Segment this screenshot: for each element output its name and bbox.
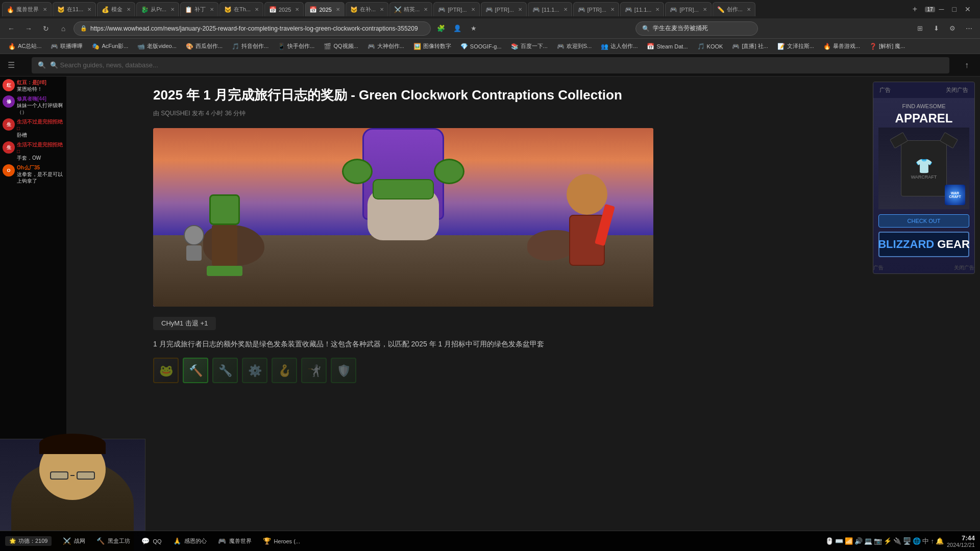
bookmark-item-7[interactable]: 🎬QQ视频...	[320, 41, 362, 51]
sys-tray-icon-2[interactable]: 📶	[845, 537, 853, 545]
bookmark-item-6[interactable]: 📱快手创作...	[274, 41, 318, 51]
address-bar[interactable]: 🔒 https://www.wowhead.com/news/january-2…	[74, 21, 431, 36]
bing-search-bar[interactable]: 🔍 学生在麦当劳被捅死	[635, 21, 758, 36]
close-button[interactable]: ✕	[962, 5, 974, 13]
minimize-button[interactable]: ─	[936, 5, 947, 13]
browser-tab-6[interactable]: 📅2025✕	[264, 2, 304, 16]
wowhead-share-button[interactable]: ↑	[959, 57, 975, 73]
sys-tray-icon-8[interactable]: 🖥️	[903, 537, 911, 545]
browser-tab-0[interactable]: 🔥魔兽世界✕	[2, 2, 52, 16]
chat-username-2: 生活不过是完招拒绝□	[17, 118, 64, 132]
bookmarks-bar: 🔥AC总站...🎮联播嗶嗶🎭AcFun影...📹老版video...🎨西瓜创作.…	[0, 39, 980, 54]
taskbar-item-4[interactable]: 🎮魔兽世界	[213, 535, 256, 547]
ad-panel: 广告 关闭广告 FIND AWESOME APPAREL	[868, 77, 980, 551]
bookmark-item-19[interactable]: ❓[解析] 魔...	[865, 41, 909, 51]
item-icon-3[interactable]: 🔧	[212, 358, 238, 383]
browser-tab-13[interactable]: 🎮[PTR]...✕	[573, 2, 619, 16]
ad-checkout-button[interactable]: CHECK OUT	[878, 214, 969, 228]
sys-tray-icon-0[interactable]: 🖱️	[825, 537, 834, 545]
sys-tray-icon-1[interactable]: ⌨️	[835, 537, 843, 545]
bookmark-item-1[interactable]: 🎮联播嗶嗶	[46, 41, 87, 51]
bookmark-item-9[interactable]: 🖼️图像转数字	[409, 41, 455, 51]
taskbar-left: 🌟 功德：2109 ⚔️战网🔨黑盒工坊💬QQ🙏感恩的心🎮魔兽世界🏆Heroes …	[5, 535, 304, 547]
sys-tray-icon-6[interactable]: ⚡	[884, 537, 892, 545]
bookmark-item-5[interactable]: 🎵抖音创作...	[228, 41, 273, 51]
bookmark-item-16[interactable]: 🎮[直播] 社...	[728, 41, 772, 51]
browser-tab-12[interactable]: 🎮[11.1...✕	[528, 2, 572, 16]
bookmark-item-8[interactable]: 🎮大神创作...	[363, 41, 408, 51]
sys-tray-icon-3[interactable]: 🔊	[854, 537, 863, 545]
settings-button[interactable]: ⚙	[945, 21, 960, 36]
taskbar-item-label-4: 魔兽世界	[229, 537, 252, 545]
browser-tab-1[interactable]: 🐱在11...✕	[53, 2, 96, 16]
item-icon-6[interactable]: 🤺	[301, 358, 327, 383]
browser-tab-3[interactable]: 🐉从Pr...✕	[136, 2, 179, 16]
bookmark-item-2[interactable]: 🎭AcFun影...	[88, 41, 132, 51]
item-icon-1[interactable]: 🐸	[153, 358, 179, 383]
maximize-button[interactable]: □	[949, 5, 960, 13]
bookmark-item-4[interactable]: 🎨西瓜创作...	[182, 41, 227, 51]
bookmark-item-0[interactable]: 🔥AC总站...	[4, 41, 45, 51]
bookmark-item-15[interactable]: 🎵KOOK	[693, 42, 727, 51]
browser-tab-15[interactable]: 🎮[PTR]...✕	[665, 2, 711, 16]
article-meta: 由 SQUISHEI 发布 4 小时 36 分钟	[153, 109, 857, 118]
extensions-button[interactable]: 🧩	[434, 21, 448, 36]
ad-apparel-text: APPAREL	[878, 111, 969, 126]
browser-tab-5[interactable]: 🐱在Th...✕	[219, 2, 263, 16]
sys-tray-icon-11[interactable]: ↑	[930, 537, 934, 545]
browser-tab-10[interactable]: 🎮[PTR]...✕	[433, 2, 479, 16]
browser-tab-14[interactable]: 🎮[11.1...✕	[620, 2, 665, 16]
browser-tab-4[interactable]: 📋补丁✕	[180, 2, 218, 16]
browser-tab-9[interactable]: ⚔️精英...✕	[389, 2, 432, 16]
taskbar-right: 🖱️⌨️📶🔊💻📷⚡🔌🖥️🌐中↑🔔 7:44 2024/12/21	[825, 534, 975, 548]
forward-button[interactable]: →	[21, 21, 36, 36]
bookmark-button[interactable]: ★	[467, 21, 481, 36]
downloads-button[interactable]: ⬇	[929, 21, 943, 36]
bookmark-item-13[interactable]: 👥达人创作...	[597, 41, 642, 51]
browser-tab-16[interactable]: ✏️创作...✕	[713, 2, 755, 16]
sys-tray-icon-9[interactable]: 🌐	[913, 537, 921, 545]
bookmark-item-14[interactable]: 📅Steam Dat...	[643, 42, 692, 51]
bookmark-item-12[interactable]: 🎮欢迎到S...	[553, 41, 596, 51]
taskbar-item-icon-3: 🙏	[172, 536, 182, 546]
browser-tab-2[interactable]: 💰模金✕	[97, 2, 135, 16]
refresh-button[interactable]: ↻	[39, 21, 53, 36]
item-icon-2[interactable]: 🔨	[183, 358, 208, 383]
bookmark-item-10[interactable]: 💎SOOGIF-g...	[456, 42, 506, 51]
tab-count-display[interactable]: 17	[925, 7, 935, 12]
sys-tray-icon-5[interactable]: 📷	[874, 537, 882, 545]
taskbar-item-2[interactable]: 💬QQ	[136, 535, 165, 547]
sys-tray-icon-10[interactable]: 中	[922, 537, 929, 546]
sys-tray-icon-4[interactable]: 💻	[864, 537, 872, 545]
browser-tab-7[interactable]: 📅2025✕	[305, 2, 344, 16]
sys-tray-icon-7[interactable]: 🔌	[893, 537, 901, 545]
chat-message-4: O Oh么厂35 这拳套，是不是可以上钩拿了	[3, 164, 64, 184]
back-button[interactable]: ←	[4, 21, 18, 36]
taskbar-item-0[interactable]: ⚔️战网	[58, 535, 89, 547]
browser-tab-11[interactable]: 🎮[PTR]...✕	[481, 2, 527, 16]
item-icon-7[interactable]: 🛡️	[331, 358, 356, 383]
bookmark-item-11[interactable]: 📚百度一下...	[507, 41, 552, 51]
bookmark-item-18[interactable]: 🔥暴兽游戏...	[819, 41, 864, 51]
new-tab-button[interactable]: +	[908, 2, 922, 16]
taskbar-item-1[interactable]: 🔨黑盒工坊	[91, 535, 134, 547]
bookmark-item-3[interactable]: 📹老版video...	[133, 41, 180, 51]
taskbar-item-icon-0: ⚔️	[62, 536, 72, 546]
sys-tray-icon-12[interactable]: 🔔	[936, 537, 944, 545]
bookmark-item-17[interactable]: 📝文泽拉斯...	[773, 41, 818, 51]
home-button[interactable]: ⌂	[56, 21, 70, 36]
taskbar-item-3[interactable]: 🙏感恩的心	[168, 535, 211, 547]
ad-footer-right[interactable]: 关闭广告	[954, 264, 974, 271]
wowhead-search[interactable]: 🔍 🔍 Search guides, news, database...	[32, 57, 949, 73]
chat-message-0: 红 红豆：是[#8] 莱恩哈特！	[3, 79, 64, 92]
browser-tab-8[interactable]: 🐱在补...✕	[346, 2, 388, 16]
taskbar-item-5[interactable]: 🏆Heroes (...	[258, 535, 304, 547]
taskbar: 🌟 功德：2109 ⚔️战网🔨黑盒工坊💬QQ🙏感恩的心🎮魔兽世界🏆Heroes …	[0, 531, 980, 551]
hamburger-menu[interactable]: ☰	[4, 58, 18, 72]
item-icon-5[interactable]: 🪝	[272, 358, 297, 383]
item-icon-4[interactable]: ⚙️	[242, 358, 267, 383]
grid-button[interactable]: ⊞	[913, 21, 927, 36]
more-button[interactable]: ⋯	[962, 21, 976, 36]
profile-button[interactable]: 👤	[450, 21, 464, 36]
ad-close-text[interactable]: 关闭广告	[946, 86, 968, 94]
